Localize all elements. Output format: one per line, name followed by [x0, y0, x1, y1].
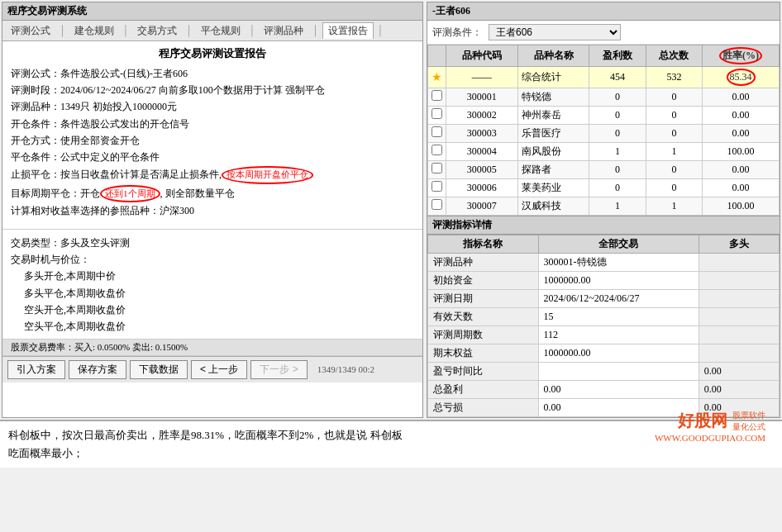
trading-type: 交易类型：多头及空头评测 [11, 235, 414, 251]
details-row: 总盈利0.000.00 [428, 380, 780, 398]
detail-label: 期末权益 [428, 344, 539, 362]
row-checkbox[interactable] [432, 163, 442, 173]
import-button[interactable]: 引入方案 [7, 360, 65, 379]
detail-value: 15 [538, 307, 699, 325]
data-table: 品种代码 品种名称 盈利数 总次数 胜率(%) ★——综合统计45453285.… [427, 45, 780, 216]
detail-col3 [699, 307, 779, 325]
col-total-header: 总次数 [646, 45, 702, 67]
row-checkbox[interactable] [432, 126, 442, 137]
tab-trading[interactable]: 交易方式 [132, 23, 182, 39]
report-title: 程序交易评测设置报告 [11, 46, 414, 61]
detail-value [538, 362, 699, 380]
profit-cell: 454 [589, 66, 646, 88]
detail-label: 总亏损 [428, 398, 539, 416]
left-panel-title: 程序交易评测系统 [2, 2, 422, 21]
report-line-3: 开仓条件：条件选股公式发出的开仓信号 [11, 116, 414, 132]
main-container: 程序交易评测系统 评测公式 │ 建仓规则 │ 交易方式 │ 平仓规则 │ 评测品… [0, 0, 782, 468]
code-cell: 300002 [446, 106, 518, 124]
trading-section: 交易类型：多头及空头评测 交易时机与价位： 多头开仓,本周期中价 多头平仓,本周… [2, 233, 422, 339]
total-cell: 532 [646, 66, 702, 88]
total-cell: 0 [646, 106, 702, 124]
code-cell: 300006 [446, 178, 518, 197]
report-line-2: 评测品种：1349只 初始投入1000000元 [11, 99, 414, 115]
tab-buildrule[interactable]: 建仓规则 [69, 23, 119, 39]
detail-col3: 0.00 [699, 362, 779, 380]
timing-line-1: 多头平仓,本周期收盘价 [11, 285, 414, 302]
timing-line-2: 空头开仓,本周期收盘价 [11, 302, 414, 318]
prev-step-button[interactable]: < 上一步 [191, 360, 247, 379]
winrate-cell: 100.00 [703, 197, 780, 215]
right-panel: -王者606 评测条件： 王者606 品种代码 品种名称 盈利数 总次数 [427, 2, 780, 418]
winrate-circle: 胜率(%) [719, 47, 762, 64]
next-step-button[interactable]: 下一步 > [250, 360, 307, 379]
name-cell: 乐普医疗 [517, 124, 589, 142]
details-row: 评测品种300001-特锐德 [428, 253, 780, 271]
details-col-label: 指标名称 [428, 235, 539, 253]
total-cell: 1 [646, 197, 702, 215]
eval-condition-select[interactable]: 王者606 [489, 24, 621, 40]
details-row: 评测周期数112 [428, 325, 780, 344]
download-button[interactable]: 下载数据 [130, 360, 188, 379]
detail-label: 评测周期数 [428, 325, 539, 344]
code-cell: 300003 [446, 124, 518, 142]
row-checkbox[interactable] [432, 199, 442, 210]
winrate-cell: 85.34 [703, 66, 780, 88]
profit-cell: 0 [589, 106, 646, 124]
tab-variety[interactable]: 评测品种 [259, 23, 308, 39]
table-row: 300006莱美药业000.00 [428, 178, 780, 197]
table-row: 300001特锐德000.00 [428, 88, 780, 106]
detail-col3 [699, 289, 779, 307]
row-checkbox[interactable] [432, 181, 442, 192]
total-cell: 1 [646, 142, 702, 160]
winrate-cell: 0.00 [703, 106, 780, 124]
table-row: ★——综合统计45453285.34 [428, 66, 780, 88]
fee-bar: 股票交易费率：买入: 0.0500% 卖出: 0.1500% [2, 339, 422, 356]
code-cell: 300001 [446, 88, 518, 106]
target-line1: 目标周期平仓：开仓还到1个周期, 则全部数量平仓 [11, 185, 414, 203]
col-name-header: 品种名称 [517, 45, 589, 67]
top-section: 程序交易评测系统 评测公式 │ 建仓规则 │ 交易方式 │ 平仓规则 │ 评测品… [0, 0, 782, 420]
detail-value: 1000000.00 [538, 271, 699, 289]
detail-value: 1000000.00 [538, 344, 699, 362]
watermark-url: WWW.GOODGUPIAO.COM [655, 433, 765, 443]
detail-label: 有效天数 [428, 307, 539, 325]
winrate-cell: 0.00 [703, 124, 780, 142]
detail-label: 评测品种 [428, 253, 539, 271]
tab-evalformula[interactable]: 评测公式 [6, 23, 55, 39]
details-row: 有效天数15 [428, 307, 780, 325]
save-button[interactable]: 保存方案 [69, 360, 126, 379]
name-cell: 神州泰岳 [517, 106, 589, 124]
total-cell: 0 [646, 178, 702, 197]
watermark: 好股网 股票软件 量化公式 WWW.GOODGUPIAO.COM [655, 410, 765, 443]
profit-cell: 0 [589, 160, 646, 178]
timing-line-3: 空头平仓,本周期收盘价 [11, 318, 414, 335]
name-cell: 特锐德 [517, 88, 589, 106]
name-cell: 综合统计 [517, 66, 589, 88]
details-row: 盈亏时间比0.00 [428, 362, 780, 380]
table-row: 300005探路者000.00 [428, 160, 780, 178]
profit-cell: 1 [589, 197, 646, 215]
details-row: 初始资金1000000.00 [428, 271, 780, 289]
detail-label: 评测日期 [428, 289, 539, 307]
winrate-cell: 100.00 [703, 142, 780, 160]
stop-loss-line: 止损平仓：按当日收盘价计算是否满足止损条件,按本周期开盘价平仓 [11, 166, 414, 184]
right-panel-title: -王者606 [427, 2, 780, 21]
row-checkbox[interactable] [432, 145, 442, 155]
detail-label: 初始资金 [428, 271, 539, 289]
detail-value: 112 [538, 325, 699, 344]
report-line-1: 评测时段：2024/06/12~2024/06/27 向前多取100个数据用于计… [11, 83, 414, 98]
code-cell: 300007 [446, 197, 518, 215]
code-cell: —— [446, 66, 518, 88]
timing-line-0: 多头开仓,本周期中价 [11, 268, 414, 284]
row-checkbox[interactable] [432, 90, 442, 101]
code-cell: 300004 [446, 142, 518, 160]
total-cell: 0 [646, 160, 702, 178]
detail-value: 0.00 [538, 380, 699, 398]
detail-col3 [699, 344, 779, 362]
tab-settings[interactable]: 设置报告 [322, 22, 374, 39]
total-cell: 0 [646, 124, 702, 142]
details-table: 指标名称 全部交易 多头 评测品种300001-特锐德初始资金1000000.0… [427, 235, 780, 417]
row-checkbox[interactable] [432, 108, 442, 119]
tab-closeposition[interactable]: 平仓规则 [196, 23, 246, 39]
target-line2: 计算相对收益率选择的参照品种：沪深300 [11, 203, 414, 219]
